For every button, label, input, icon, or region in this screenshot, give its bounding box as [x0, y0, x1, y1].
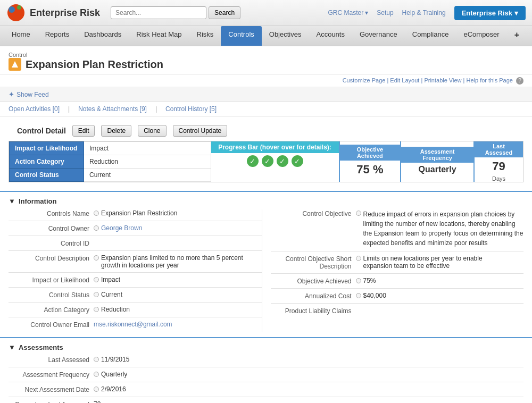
last-assessed-value: 79 — [475, 157, 523, 175]
edit-button[interactable]: Edit — [72, 125, 95, 137]
page-title-icon — [9, 58, 21, 71]
control-update-button[interactable]: Control Update — [173, 125, 228, 137]
customize-bar: Customize Page | Edit Layout | Printable… — [0, 74, 532, 87]
check-icon-4: ✓ — [292, 155, 303, 167]
nav-risks[interactable]: Risks — [189, 26, 221, 46]
help-page-link[interactable]: Help for this Page — [467, 77, 513, 83]
field-controls-name: Controls Name Expansion Plan Restriction — [9, 209, 262, 217]
svg-point-0 — [7, 4, 24, 21]
objective-achieved-value: 75 % — [340, 161, 401, 179]
field-ctrl-status: Control Status Current — [9, 291, 262, 299]
page-title: Expansion Plan Restriction — [9, 58, 523, 71]
field-control-id: Control ID — [9, 239, 262, 247]
action-category-value: Reduction — [84, 155, 211, 169]
help-link[interactable]: Help & Training — [402, 9, 446, 16]
owner-email-link[interactable]: mse.riskonnect@gmail.com — [94, 321, 172, 328]
info-dot — [94, 357, 99, 362]
nav-plus[interactable]: + — [507, 26, 527, 46]
nav-objectives[interactable]: Objectives — [262, 26, 309, 46]
nav-compliance[interactable]: Compliance — [405, 26, 456, 46]
check-icon-2: ✓ — [262, 155, 273, 167]
check-icon-3: ✓ — [277, 155, 288, 167]
setup-link[interactable]: Setup — [377, 9, 393, 16]
info-dot — [356, 278, 361, 283]
control-owner-link[interactable]: George Brown — [101, 224, 142, 232]
chevron-down-icon-btn: ▾ — [514, 9, 518, 17]
field-last-assessed: Last Assessed 11/9/2015 — [9, 356, 523, 364]
control-detail-table: Impact or Likelihood Impact Action Categ… — [9, 141, 523, 182]
info-dot — [94, 211, 99, 216]
field-ctrl-objective: Control Objective Reduce impact of error… — [271, 209, 524, 248]
progress-bar-label: Progress Bar (hover over for details): — [211, 141, 339, 153]
delete-button[interactable]: Delete — [101, 125, 131, 137]
page-container: Control Expansion Plan Restriction Custo… — [0, 46, 532, 403]
check-icons: ✓ ✓ ✓ ✓ — [211, 153, 339, 169]
objective-achieved-header: Objective Achieved — [340, 145, 401, 161]
field-control-desc: Control Description Expansion plans limi… — [9, 254, 262, 269]
assessments-toggle[interactable]: ▼ Assessments — [9, 343, 523, 351]
action-bar: ✦ Show Feed — [0, 87, 532, 102]
page-title-area: Control Expansion Plan Restriction — [0, 46, 532, 74]
impact-value: Impact — [84, 142, 211, 155]
help-circle-icon: ? — [516, 77, 523, 85]
svg-marker-3 — [12, 61, 18, 68]
control-status-label: Control Status — [10, 169, 84, 182]
assessment-freq-header: Assessment Frequency — [401, 147, 473, 163]
action-category-label: Action Category — [10, 155, 84, 169]
field-assessment-freq: Assessment Frequency Quarterly — [9, 371, 523, 379]
nav-dashboards[interactable]: Dashboards — [77, 26, 129, 46]
svg-point-1 — [9, 6, 15, 13]
tabs-row: Open Activities [0] | Notes & Attachment… — [0, 102, 532, 116]
field-days-since: Days since Last Assessed 79 — [9, 400, 523, 403]
search-input[interactable] — [111, 6, 206, 19]
edit-layout-link[interactable]: Edit Layout — [390, 77, 419, 83]
info-dot — [356, 256, 361, 261]
section-header: Control Detail Edit Delete Clone Control… — [9, 121, 523, 141]
tab-notes[interactable]: Notes & Attachments [9] — [78, 105, 147, 113]
nav-home[interactable]: Home — [4, 26, 38, 46]
search-button[interactable]: Search — [209, 6, 240, 19]
clone-button[interactable]: Clone — [138, 125, 166, 137]
feed-icon: ✦ — [9, 90, 14, 98]
control-status-value: Current — [84, 169, 211, 182]
field-product-liability: Product Liability Claims — [271, 307, 524, 315]
show-feed-button[interactable]: ✦ Show Feed — [9, 90, 49, 98]
nav-accounts[interactable]: Accounts — [309, 26, 352, 46]
table-row: Impact or Likelihood Impact — [10, 142, 211, 155]
information-toggle[interactable]: ▼ Information — [9, 197, 523, 205]
info-dot — [94, 225, 99, 231]
enterprise-risk-button[interactable]: Enterprise Risk ▾ — [454, 6, 526, 20]
field-control-owner: Control Owner George Brown — [9, 224, 262, 232]
field-ctrl-obj-short: Control Objective Short Description Limi… — [271, 255, 524, 270]
tab-open-activities[interactable]: Open Activities [0] — [9, 105, 60, 113]
info-dot — [94, 255, 99, 261]
customize-page-link[interactable]: Customize Page — [343, 77, 386, 83]
chevron-down-icon: ▾ — [365, 9, 368, 16]
toggle-icon: ▼ — [9, 343, 15, 351]
info-dot — [94, 307, 99, 312]
info-columns: Controls Name Expansion Plan Restriction… — [9, 209, 523, 332]
last-assessed-header: Last Assessed — [475, 141, 523, 157]
table-row: Control Status Current — [10, 169, 211, 182]
info-col-right: Control Objective Reduce impact of error… — [262, 209, 524, 332]
assessments-fields: Last Assessed 11/9/2015 Assessment Frequ… — [9, 356, 523, 403]
nav-ecomposer[interactable]: eComposer — [456, 26, 506, 46]
info-dot — [94, 292, 99, 297]
nav-reports[interactable]: Reports — [38, 26, 77, 46]
assessments-col: Last Assessed 11/9/2015 Assessment Frequ… — [9, 356, 523, 403]
nav-risk-heat-map[interactable]: Risk Heat Map — [129, 26, 189, 46]
header-right: GRC Master ▾ Setup Help & Training Enter… — [328, 6, 526, 20]
field-next-assessment: Next Assessment Date 2/9/2016 — [9, 385, 523, 393]
grc-master-link[interactable]: GRC Master ▾ — [328, 9, 369, 16]
printable-view-link[interactable]: Printable View — [424, 77, 461, 83]
assessment-freq-value: Quarterly — [401, 163, 473, 177]
tab-control-history[interactable]: Control History [5] — [165, 105, 217, 113]
app-logo-icon — [6, 3, 26, 22]
nav-governance[interactable]: Governance — [352, 26, 405, 46]
nav-bar: Home Reports Dashboards Risk Heat Map Ri… — [0, 26, 532, 46]
nav-controls[interactable]: Controls — [221, 26, 261, 46]
information-section: ▼ Information Controls Name Expansion Pl… — [0, 191, 532, 337]
info-dot — [94, 387, 99, 392]
breadcrumb: Control — [9, 52, 523, 58]
last-assessed-sub: Days — [475, 175, 523, 182]
